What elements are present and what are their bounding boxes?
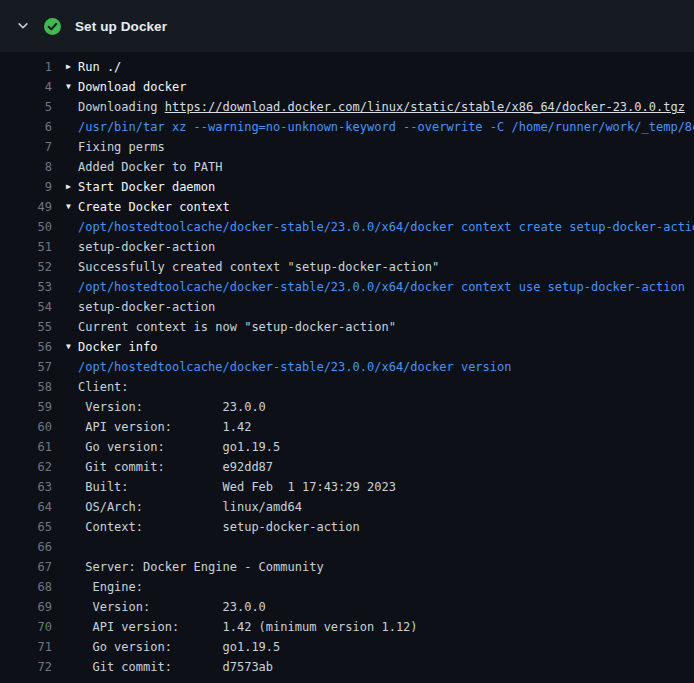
line-number[interactable]: 6 xyxy=(0,117,52,137)
line-number[interactable]: 72 xyxy=(0,657,52,677)
log-text: API version: 1.42 xyxy=(78,417,694,437)
line-number[interactable]: 66 xyxy=(0,537,52,557)
log-text: Current context is now "setup-docker-act… xyxy=(78,317,694,337)
line-number[interactable]: 65 xyxy=(0,517,52,537)
line-number[interactable]: 4 xyxy=(0,77,52,97)
log-text: OS/Arch: linux/amd64 xyxy=(78,497,694,517)
log-text: /opt/hostedtoolcache/docker-stable/23.0.… xyxy=(78,277,694,297)
log-segment: Git commit: d7573ab xyxy=(78,660,273,674)
log-text: Git commit: e92dd87 xyxy=(78,457,694,477)
log-group-row[interactable]: 4▼Download docker xyxy=(0,77,694,97)
log-text: Go version: go1.19.5 xyxy=(78,437,694,457)
line-number[interactable]: 60 xyxy=(0,417,52,437)
log-row: 58Client: xyxy=(0,377,694,397)
log-link[interactable]: https://download.docker.com/linux/static… xyxy=(165,100,685,114)
line-number[interactable]: 58 xyxy=(0,377,52,397)
log-segment: Download docker xyxy=(78,80,186,94)
line-number[interactable]: 61 xyxy=(0,437,52,457)
log-row: 65 Context: setup-docker-action xyxy=(0,517,694,537)
line-number[interactable]: 5 xyxy=(0,97,52,117)
log-segment: Server: Docker Engine - Community xyxy=(78,560,324,574)
log-row: 51setup-docker-action xyxy=(0,237,694,257)
disclosure-expanded-icon: ▼ xyxy=(66,197,78,217)
line-number[interactable]: 67 xyxy=(0,557,52,577)
log-text: Context: setup-docker-action xyxy=(78,517,694,537)
disclosure-collapsed-icon: ▶ xyxy=(66,57,78,77)
log-text: Fixing perms xyxy=(78,137,694,157)
log-segment: Version: 23.0.0 xyxy=(78,400,266,414)
line-number[interactable]: 49 xyxy=(0,197,52,217)
log-text: /usr/bin/tar xz --warning=no-unknown-key… xyxy=(78,117,694,137)
log-group-row[interactable]: 1▶Run ./ xyxy=(0,57,694,77)
log-text: Downloading https://download.docker.com/… xyxy=(78,97,694,117)
log-segment: OS/Arch: linux/amd64 xyxy=(78,500,302,514)
log-text: Download docker xyxy=(78,77,694,97)
line-number[interactable]: 55 xyxy=(0,317,52,337)
log-group-row[interactable]: 49▼Create Docker context xyxy=(0,197,694,217)
log-segment: API version: 1.42 xyxy=(78,420,251,434)
log-row: 69 Version: 23.0.0 xyxy=(0,597,694,617)
chevron-down-icon xyxy=(16,19,30,33)
log-text: /opt/hostedtoolcache/docker-stable/23.0.… xyxy=(78,217,694,237)
line-number[interactable]: 53 xyxy=(0,277,52,297)
log-row: 8Added Docker to PATH xyxy=(0,157,694,177)
step-header[interactable]: Set up Docker xyxy=(0,0,694,52)
log-text: Docker info xyxy=(78,337,694,357)
log-group-row[interactable]: 9▶Start Docker daemon xyxy=(0,177,694,197)
line-number[interactable]: 50 xyxy=(0,217,52,237)
line-number[interactable]: 62 xyxy=(0,457,52,477)
line-number[interactable]: 59 xyxy=(0,397,52,417)
log-text: API version: 1.42 (minimum version 1.12) xyxy=(78,617,694,637)
log-segment: Start Docker daemon xyxy=(78,180,215,194)
log-row: 6/usr/bin/tar xz --warning=no-unknown-ke… xyxy=(0,117,694,137)
line-number[interactable]: 69 xyxy=(0,597,52,617)
log-row: 64 OS/Arch: linux/amd64 xyxy=(0,497,694,517)
line-number[interactable]: 68 xyxy=(0,577,52,597)
line-number[interactable]: 71 xyxy=(0,637,52,657)
log-row: 53/opt/hostedtoolcache/docker-stable/23.… xyxy=(0,277,694,297)
log-segment: Version: 23.0.0 xyxy=(78,600,266,614)
log-row: 7Fixing perms xyxy=(0,137,694,157)
log-segment: Context: setup-docker-action xyxy=(78,520,360,534)
log-row: 68 Engine: xyxy=(0,577,694,597)
log-segment: Successfully created context "setup-dock… xyxy=(78,260,439,274)
line-number[interactable]: 9 xyxy=(0,177,52,197)
log-segment: Client: xyxy=(78,380,129,394)
log-segment: Create Docker context xyxy=(78,200,230,214)
line-number[interactable]: 64 xyxy=(0,497,52,517)
log-row: 52Successfully created context "setup-do… xyxy=(0,257,694,277)
log-row: 57/opt/hostedtoolcache/docker-stable/23.… xyxy=(0,357,694,377)
log-text: Version: 23.0.0 xyxy=(78,597,694,617)
log-text: /opt/hostedtoolcache/docker-stable/23.0.… xyxy=(78,357,694,377)
line-number[interactable]: 57 xyxy=(0,357,52,377)
line-number[interactable]: 8 xyxy=(0,157,52,177)
log-segment: Docker info xyxy=(78,340,157,354)
line-number[interactable]: 56 xyxy=(0,337,52,357)
log-text: Successfully created context "setup-dock… xyxy=(78,257,694,277)
log-row: 67 Server: Docker Engine - Community xyxy=(0,557,694,577)
log-segment: Current context is now "setup-docker-act… xyxy=(78,320,396,334)
line-number[interactable]: 63 xyxy=(0,477,52,497)
log-segment: Git commit: e92dd87 xyxy=(78,460,273,474)
log-segment: API version: 1.42 (minimum version 1.12) xyxy=(78,620,418,634)
log-group-row[interactable]: 56▼Docker info xyxy=(0,337,694,357)
log-text: Server: Docker Engine - Community xyxy=(78,557,694,577)
log-segment: setup-docker-action xyxy=(78,300,215,314)
log-row: 63 Built: Wed Feb 1 17:43:29 2023 xyxy=(0,477,694,497)
line-number[interactable]: 54 xyxy=(0,297,52,317)
line-number[interactable]: 51 xyxy=(0,237,52,257)
line-number[interactable]: 7 xyxy=(0,137,52,157)
log-text: Git commit: d7573ab xyxy=(78,657,694,677)
log-segment: Downloading xyxy=(78,100,165,114)
line-number[interactable]: 1 xyxy=(0,57,52,77)
log-segment: setup-docker-action xyxy=(78,240,215,254)
log-row: 54setup-docker-action xyxy=(0,297,694,317)
log-row: 66 xyxy=(0,537,694,557)
log-text: Built: Wed Feb 1 17:43:29 2023 xyxy=(78,477,694,497)
line-number[interactable]: 70 xyxy=(0,617,52,637)
log-area: 1▶Run ./4▼Download docker5Downloading ht… xyxy=(0,52,694,677)
log-segment: Built: Wed Feb 1 17:43:29 2023 xyxy=(78,480,396,494)
step-title: Set up Docker xyxy=(75,19,167,34)
line-number[interactable]: 52 xyxy=(0,257,52,277)
log-text: Added Docker to PATH xyxy=(78,157,694,177)
